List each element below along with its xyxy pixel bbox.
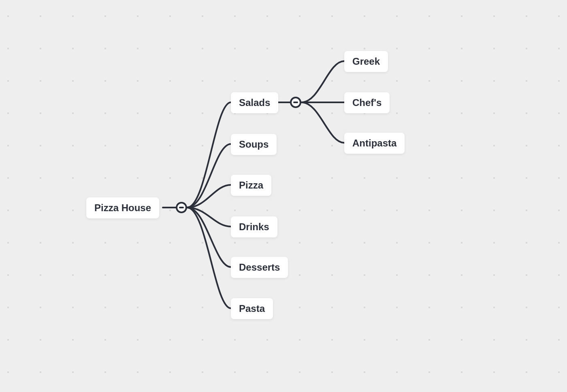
node-label: Soups [239, 139, 269, 150]
node-salads[interactable]: Salads [231, 92, 278, 113]
node-antipasta[interactable]: Antipasta [344, 133, 405, 154]
node-label: Antipasta [352, 138, 396, 148]
collapse-toggle-salads[interactable] [290, 97, 301, 108]
node-greek[interactable]: Greek [344, 51, 388, 72]
node-soups[interactable]: Soups [231, 134, 277, 155]
connector-lines [0, 0, 567, 392]
node-desserts[interactable]: Desserts [231, 257, 288, 278]
node-label: Pizza [239, 180, 263, 191]
node-label: Desserts [239, 262, 280, 273]
node-pasta[interactable]: Pasta [231, 298, 273, 319]
node-chefs[interactable]: Chef's [344, 92, 390, 113]
node-pizza[interactable]: Pizza [231, 175, 271, 196]
node-root[interactable]: Pizza House [86, 197, 159, 218]
node-label: Drinks [239, 221, 269, 232]
node-label: Salads [239, 97, 270, 108]
node-label: Chef's [352, 97, 382, 108]
mindmap-canvas[interactable]: Pizza House Salads Soups Pizza Drinks De… [0, 0, 567, 392]
node-label: Pizza House [94, 202, 151, 213]
node-drinks[interactable]: Drinks [231, 216, 277, 237]
node-label: Pasta [239, 303, 265, 314]
collapse-toggle-root[interactable] [176, 202, 187, 213]
node-label: Greek [352, 56, 380, 67]
